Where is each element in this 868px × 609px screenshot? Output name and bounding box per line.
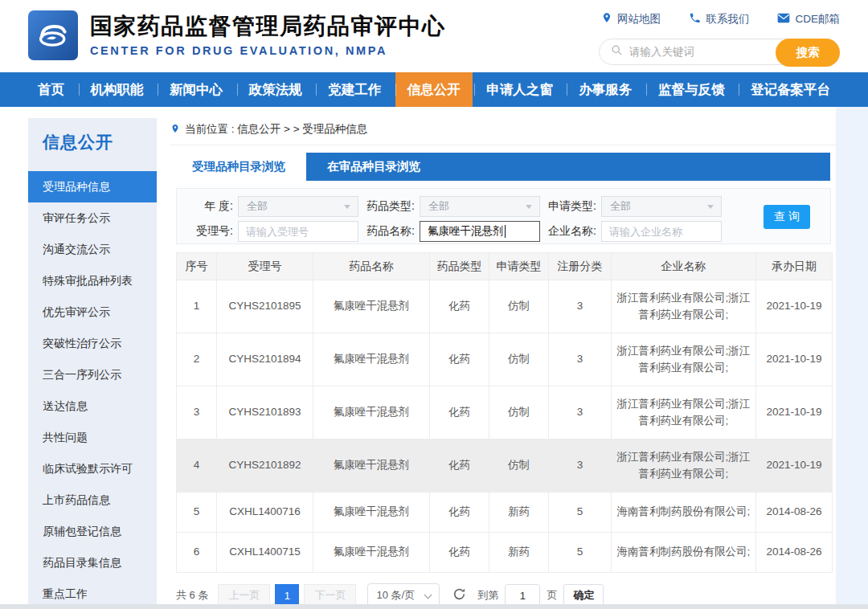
col-company: 企业名称 (612, 253, 756, 280)
sitemap-link[interactable]: 网站地图 (601, 11, 661, 27)
col-acceptance-no: 受理号 (217, 253, 313, 280)
sidebar-item-clinical-trial-license[interactable]: 临床试验默示许可 (28, 453, 157, 484)
site-search: 搜索 (599, 39, 840, 65)
nav-item-registration-platform[interactable]: 登记备案平台 (739, 72, 842, 107)
table-row[interactable]: 5CXHL1400716 氟康唑干混悬剂化药 新药5 海南普利制药股份有限公司;… (177, 493, 833, 533)
sidebar-item-excipients-registration[interactable]: 原辅包登记信息 (28, 516, 157, 547)
year-select[interactable]: 全部 (238, 196, 358, 217)
refresh-icon (452, 587, 466, 603)
drug-name-label: 药品名称: (358, 224, 415, 239)
results-table: 序号 受理号 药品名称 药品类型 申请类型 注册分类 企业名称 承办日期 1CY… (176, 252, 833, 573)
col-drug-type: 药品类型 (430, 253, 489, 280)
col-date: 承办日期 (756, 253, 833, 280)
refresh-button[interactable] (452, 587, 466, 603)
sidebar-item-communication[interactable]: 沟通交流公示 (28, 234, 157, 265)
sidebar: 信息公开 受理品种信息 审评任务公示 沟通交流公示 特殊审批品种列表 优先审评公… (28, 118, 157, 604)
chevron-down-icon (526, 205, 532, 209)
nav-item-party-building[interactable]: 党建工作 (316, 72, 393, 107)
sidebar-item-key-work[interactable]: 重点工作 (28, 578, 157, 604)
cde-logo (28, 10, 78, 60)
nav-item-applicant-window[interactable]: 申请人之窗 (474, 72, 565, 107)
goto-page-input[interactable] (505, 584, 540, 607)
col-seq: 序号 (177, 253, 217, 280)
sidebar-item-special-approval[interactable]: 特殊审批品种列表 (28, 265, 157, 296)
goto-page-unit: 页 (547, 588, 557, 603)
acceptance-no-label: 受理号: (177, 224, 233, 239)
main-nav: 首页 机构职能 新闻中心 政策法规 党建工作 信息公开 申请人之窗 办事服务 监… (0, 72, 868, 107)
nav-item-info-disclosure[interactable]: 信息公开 (395, 72, 473, 107)
footer-top-strip (0, 604, 868, 609)
table-row[interactable]: 6CXHL1400715 氟康唑干混悬剂化药 新药5 海南普利制药股份有限公司;… (177, 533, 833, 573)
sidebar-item-delivery-info[interactable]: 送达信息 (28, 390, 157, 422)
sidebar-item-review-tasks[interactable]: 审评任务公示 (28, 202, 157, 234)
drug-type-select[interactable]: 全部 (420, 196, 540, 217)
company-name-input[interactable] (601, 221, 722, 242)
company-name-label: 企业名称: (540, 224, 596, 239)
sidebar-item-breakthrough-therapy[interactable]: 突破性治疗公示 (28, 328, 157, 359)
chevron-down-icon (424, 591, 432, 599)
drug-type-label: 药品类型: (358, 199, 415, 214)
sidebar-item-priority-review[interactable]: 优先审评公示 (28, 296, 157, 328)
goto-confirm-button[interactable]: 确定 (563, 584, 604, 607)
chevron-down-icon (344, 205, 350, 209)
next-page-button[interactable]: 下一页 (304, 584, 356, 607)
sidebar-item-three-in-one[interactable]: 三合一序列公示 (28, 359, 157, 390)
table-row[interactable]: 3CYHS2101893 氟康唑干混悬剂化药 仿制3 浙江普利药业有限公司;浙江… (177, 386, 833, 439)
total-count: 共 6 条 (176, 588, 208, 603)
phone-icon (689, 12, 701, 27)
col-reg-class: 注册分类 (549, 253, 612, 280)
year-label: 年 度: (177, 199, 233, 214)
prev-page-button[interactable]: 上一页 (218, 584, 270, 607)
text-cursor (505, 225, 506, 238)
table-row-highlighted[interactable]: 4CYHS2101892 氟康唑干混悬剂化药 仿制3 浙江普利药业有限公司;浙江… (177, 439, 833, 493)
contact-us-link[interactable]: 联系我们 (689, 11, 749, 27)
tab-accepted-catalog[interactable]: 受理品种目录浏览 (171, 153, 306, 181)
breadcrumb: 当前位置 : 信息公开 > > 受理品种信息 (170, 121, 836, 138)
sidebar-item-marketed-drugs[interactable]: 上市药品信息 (28, 484, 157, 516)
breadcrumb-divider (170, 145, 836, 145)
nav-item-policies[interactable]: 政策法规 (237, 72, 314, 107)
site-search-input[interactable] (629, 46, 774, 58)
filter-panel: 年 度: 全部 药品类型: 全部 申请类型: 全部 (176, 188, 831, 244)
site-search-button[interactable]: 搜索 (776, 39, 840, 67)
sidebar-item-common-issues[interactable]: 共性问题 (28, 422, 157, 453)
nav-item-supervision-feedback[interactable]: 监督与反馈 (646, 72, 737, 107)
table-header-row: 序号 受理号 药品名称 药品类型 申请类型 注册分类 企业名称 承办日期 (177, 253, 833, 280)
header-quick-links: 网站地图 联系我们 CDE邮箱 (601, 11, 840, 27)
site-header: 国家药品监督管理局药品审评中心 CENTER FOR DRUG EVALUATI… (0, 0, 868, 72)
nav-item-services[interactable]: 办事服务 (567, 72, 644, 107)
site-title: 国家药品监督管理局药品审评中心 (90, 14, 446, 39)
table-row[interactable]: 1CYHS2101895 氟康唑干混悬剂化药 仿制3 浙江普利药业有限公司;浙江… (177, 280, 833, 333)
col-apply-type: 申请类型 (489, 253, 549, 280)
sidebar-title: 信息公开 (28, 118, 157, 161)
tab-under-review-catalog[interactable]: 在审品种目录浏览 (306, 153, 441, 181)
swan-logo-icon (32, 13, 74, 58)
acceptance-no-input[interactable] (238, 221, 358, 242)
nav-item-org-functions[interactable]: 机构职能 (79, 72, 156, 107)
col-drug-name: 药品名称 (313, 253, 430, 280)
site-subtitle: CENTER FOR DRUG EVALUATION, NMPA (90, 44, 446, 57)
query-button[interactable]: 查询 (764, 205, 810, 229)
apply-type-label: 申请类型: (540, 199, 596, 214)
mail-icon (777, 13, 790, 26)
nav-item-home[interactable]: 首页 (26, 72, 76, 107)
catalog-tabs: 受理品种目录浏览 在审品种目录浏览 (171, 153, 830, 181)
drug-name-input[interactable]: 氟康唑干混悬剂 (420, 221, 540, 242)
table-row[interactable]: 2CYHS2101894 氟康唑干混悬剂化药 仿制3 浙江普利药业有限公司;浙江… (177, 333, 833, 386)
page-1-button[interactable]: 1 (275, 584, 299, 607)
goto-page-label: 到第 (477, 588, 498, 603)
chevron-down-icon (707, 205, 714, 209)
location-pin-icon (601, 11, 612, 27)
main-content: 当前位置 : 信息公开 > > 受理品种信息 受理品种目录浏览 在审品种目录浏览… (165, 112, 836, 604)
nav-item-news-center[interactable]: 新闻中心 (158, 72, 235, 107)
sidebar-item-drug-catalog[interactable]: 药品目录集信息 (28, 547, 157, 578)
breadcrumb-text: 当前位置 : 信息公开 > > 受理品种信息 (185, 122, 367, 137)
search-icon (611, 44, 623, 59)
sidebar-item-accepted-varieties[interactable]: 受理品种信息 (28, 171, 157, 202)
page-right-gutter (836, 107, 868, 604)
cde-mail-link[interactable]: CDE邮箱 (777, 11, 840, 27)
apply-type-select[interactable]: 全部 (601, 196, 722, 217)
breadcrumb-pin-icon (170, 123, 180, 137)
